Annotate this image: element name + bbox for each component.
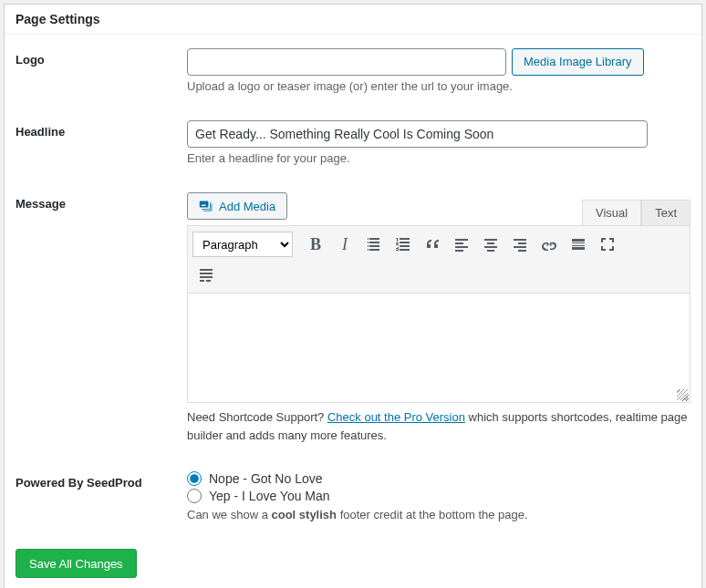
powered-description: Can we show a cool stylish footer credit… [187,508,690,521]
bold-button[interactable]: B [302,231,329,258]
panel-title: Page Settings [16,12,690,26]
powered-by-radio-group: Nope - Got No Love Yep - I Love You Man [187,471,690,503]
link-button[interactable] [535,231,563,258]
logo-input[interactable] [187,48,506,76]
editor-toolbar: Paragraph B I [187,225,690,294]
kitchen-sink-button[interactable] [192,261,220,288]
blockquote-button[interactable] [419,231,446,258]
shortcode-note: Need Shortcode Support? Check out the Pr… [187,408,690,444]
logo-description: Upload a logo or teaser image (or) enter… [187,79,690,93]
read-more-button[interactable] [565,231,592,258]
page-settings-panel: Page Settings Logo Media Image Library U… [4,4,702,588]
visual-tab[interactable]: Visual [582,200,641,225]
numbered-list-button[interactable] [389,231,417,258]
media-icon [199,199,213,213]
media-library-button[interactable]: Media Image Library [512,48,644,76]
add-media-label: Add Media [219,200,275,213]
headline-input[interactable] [187,120,648,148]
logo-label: Logo [5,35,187,107]
fullscreen-button[interactable] [594,231,621,258]
headline-label: Headline [5,107,187,179]
save-button[interactable]: Save All Changes [16,549,137,578]
italic-button[interactable]: I [331,231,358,258]
bullet-list-button[interactable] [360,231,388,258]
powered-by-label: Powered By SeedProd [5,458,187,535]
powered-option-nope[interactable]: Nope - Got No Love [187,471,690,486]
align-left-button[interactable] [448,231,475,258]
align-center-button[interactable] [477,231,504,258]
text-tab[interactable]: Text [641,200,690,225]
align-right-button[interactable] [506,231,534,258]
powered-option-yep[interactable]: Yep - I Love You Man [187,489,690,503]
pro-version-link[interactable]: Check out the Pro Version [327,410,465,424]
format-select[interactable]: Paragraph [192,232,293,257]
panel-header: Page Settings [5,5,701,35]
headline-description: Enter a headline for your page. [187,151,690,165]
message-label: Message [5,179,187,458]
editor-resize-handle[interactable] [677,389,688,400]
settings-form-table: Logo Media Image Library Upload a logo o… [5,35,701,535]
powered-radio-yep[interactable] [187,489,202,503]
powered-radio-nope[interactable] [187,471,202,486]
submit-row: Save All Changes [5,535,701,588]
add-media-button[interactable]: Add Media [187,192,287,220]
editor-content-area[interactable] [187,294,690,403]
